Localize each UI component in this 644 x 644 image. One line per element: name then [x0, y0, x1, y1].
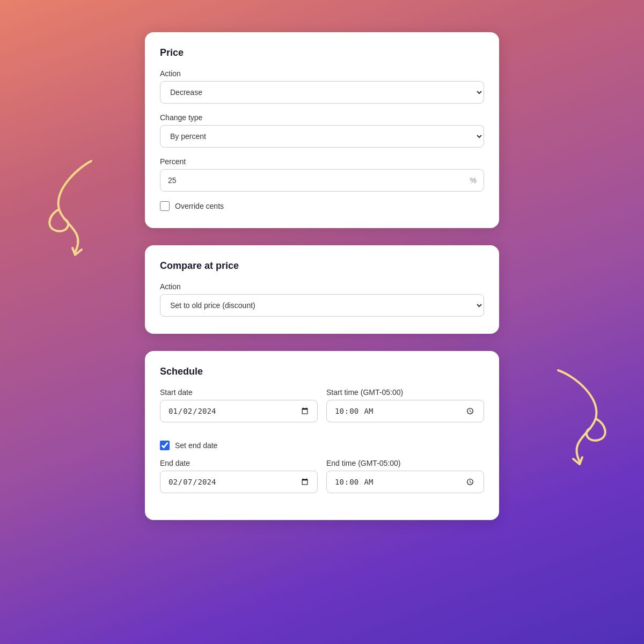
end-date-input[interactable]: [160, 471, 318, 493]
compare-action-select[interactable]: Set to old price (discount) Decrease Inc…: [160, 294, 484, 317]
compare-action-field: Action Set to old price (discount) Decre…: [160, 282, 484, 317]
set-end-date-row: Set end date: [160, 441, 484, 450]
price-action-select[interactable]: Decrease Increase Set to: [160, 81, 484, 104]
price-change-type-select[interactable]: By percent By amount Set to: [160, 125, 484, 148]
price-percent-field: Percent %: [160, 157, 484, 192]
price-card-title: Price: [160, 47, 484, 58]
price-change-type-field: Change type By percent By amount Set to: [160, 113, 484, 148]
compare-at-price-card: Compare at price Action Set to old price…: [145, 245, 499, 334]
percent-suffix-symbol: %: [470, 176, 477, 185]
price-action-field: Action Decrease Increase Set to: [160, 69, 484, 104]
start-time-field: Start time (GMT-05:00): [326, 388, 484, 432]
end-date-label: End date: [160, 459, 318, 467]
right-arrow-decoration: [542, 365, 612, 472]
override-cents-label[interactable]: Override cents: [175, 202, 224, 210]
price-percent-wrapper: %: [160, 169, 484, 192]
price-change-type-label: Change type: [160, 113, 484, 122]
end-time-field: End time (GMT-05:00): [326, 459, 484, 503]
start-date-field: Start date: [160, 388, 318, 422]
start-date-label: Start date: [160, 388, 318, 397]
start-date-input[interactable]: [160, 400, 318, 422]
set-end-date-label[interactable]: Set end date: [175, 441, 217, 450]
left-arrow-decoration: [43, 156, 107, 263]
price-percent-label: Percent: [160, 157, 484, 166]
override-cents-row: Override cents: [160, 201, 484, 211]
compare-action-label: Action: [160, 282, 484, 291]
override-cents-checkbox[interactable]: [160, 201, 170, 211]
price-card: Price Action Decrease Increase Set to Ch…: [145, 32, 499, 228]
end-time-label: End time (GMT-05:00): [326, 459, 484, 467]
start-time-label: Start time (GMT-05:00): [326, 388, 484, 397]
compare-card-title: Compare at price: [160, 260, 484, 272]
end-time-input[interactable]: [326, 471, 484, 493]
price-percent-input[interactable]: [160, 169, 484, 192]
schedule-card: Schedule Start date Start time (GMT-05:0…: [145, 351, 499, 520]
price-action-label: Action: [160, 69, 484, 78]
set-end-date-checkbox[interactable]: [160, 441, 170, 450]
schedule-start-row: Start date Start time (GMT-05:00): [160, 388, 484, 432]
end-date-field: End date: [160, 459, 318, 493]
start-time-input[interactable]: [326, 400, 484, 422]
schedule-end-row: End date End time (GMT-05:00): [160, 459, 484, 503]
schedule-card-title: Schedule: [160, 366, 484, 377]
